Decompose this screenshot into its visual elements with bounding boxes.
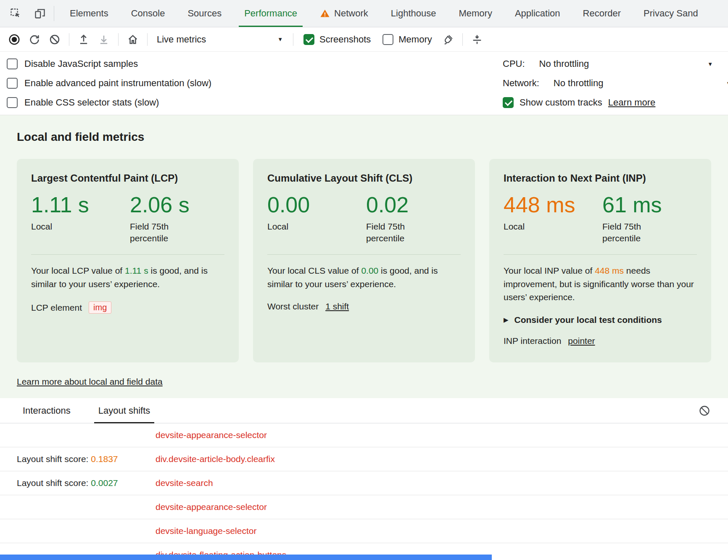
garbage-collect-brush-icon[interactable]	[438, 30, 458, 49]
inp-card-title: Interaction to Next Paint (INP)	[504, 172, 697, 184]
tab-application[interactable]: Application	[504, 0, 572, 27]
lcp-field-value: 2.06 s	[130, 193, 190, 217]
device-toolbar-icon[interactable]	[31, 5, 49, 22]
lcp-local-value: 1.11 s	[31, 193, 130, 217]
cpu-throttle-row: CPU: No throttling ▼	[503, 54, 713, 74]
inp-local-label: Local	[504, 221, 558, 232]
learn-more-field-data-link[interactable]: Learn more about local and field data	[17, 377, 163, 387]
record-button[interactable]	[4, 30, 24, 49]
advanced-paint-checkbox[interactable]	[7, 78, 18, 89]
element-link[interactable]: devsite-language-selector	[156, 526, 256, 536]
lcp-element-label: LCP element	[31, 303, 82, 313]
worst-cluster-link[interactable]: 1 shift	[325, 301, 349, 312]
tab-elements[interactable]: Elements	[58, 0, 120, 27]
tab-sources[interactable]: Sources	[176, 0, 233, 27]
warning-icon	[320, 8, 330, 18]
save-profile-icon[interactable]	[94, 30, 114, 49]
score-label: Layout shift score:	[17, 478, 91, 488]
tab-label: Network	[334, 8, 368, 19]
cls-card-title: Cumulative Layout Shift (CLS)	[267, 172, 461, 184]
tab-memory[interactable]: Memory	[447, 0, 503, 27]
desc-value: 1.11 s	[125, 266, 148, 275]
learn-more-link[interactable]: Learn more	[608, 97, 656, 108]
score-cell: Layout shift score: 0.0027	[17, 478, 156, 488]
metric-cards: Largest Contentful Paint (LCP) 1.11 s Lo…	[17, 159, 711, 362]
tab-label: Application	[515, 8, 560, 19]
advanced-paint-label: Enable advanced paint instrumentation (s…	[24, 78, 211, 89]
performance-toolbar: Live metrics ▼ Screenshots Memory	[0, 27, 728, 52]
screenshots-label: Screenshots	[319, 34, 371, 45]
load-profile-icon[interactable]	[74, 30, 94, 49]
network-throttle-select[interactable]: No throttling	[554, 78, 604, 89]
tab-lighthouse[interactable]: Lighthouse	[380, 0, 448, 27]
tab-console[interactable]: Console	[120, 0, 177, 27]
cls-field-value: 0.02	[366, 193, 421, 217]
memory-checkbox[interactable]	[382, 34, 393, 45]
tab-privacy-sandbox[interactable]: Privacy Sand	[632, 0, 710, 27]
disable-js-samples-label: Disable JavaScript samples	[24, 58, 138, 69]
lcp-field-label: Field 75th percentile	[130, 221, 185, 245]
cls-description: Your local CLS value of 0.00 is good, an…	[267, 264, 461, 291]
tab-interactions[interactable]: Interactions	[23, 398, 71, 423]
layout-shift-log: devsite-appearance-selector Layout shift…	[0, 423, 728, 560]
tab-label: Recorder	[583, 8, 621, 19]
capture-settings-icon[interactable]	[467, 30, 487, 49]
element-link[interactable]: devsite-appearance-selector	[156, 430, 267, 440]
disclosure-triangle-icon: ▶	[504, 317, 509, 323]
local-test-conditions-expander[interactable]: ▶ Consider your local test conditions	[504, 315, 697, 325]
chevron-down-icon: ▼	[277, 37, 283, 42]
capture-settings-pane: Disable JavaScript samples Enable advanc…	[0, 52, 728, 115]
cpu-throttle-select[interactable]: No throttling	[539, 58, 589, 69]
panel-tabs: Elements Console Sources Performance Net…	[58, 0, 710, 27]
log-row: devsite-language-selector	[0, 519, 728, 543]
tab-layout-shifts[interactable]: Layout shifts	[98, 398, 150, 423]
inp-field-label: Field 75th percentile	[602, 221, 657, 245]
log-row: Layout shift score: 0.0027 devsite-searc…	[0, 471, 728, 495]
show-custom-tracks-checkbox[interactable]	[503, 97, 514, 108]
tabbar-icon-group	[0, 0, 54, 27]
tab-label: Privacy Sand	[644, 8, 698, 19]
log-row: Layout shift score: 0.1837 div.devsite-a…	[0, 447, 728, 471]
history-dropdown[interactable]: Live metrics ▼	[152, 31, 289, 48]
cls-local-label: Local	[267, 221, 322, 232]
lcp-description: Your local LCP value of 1.11 s is good, …	[31, 264, 224, 291]
inspect-element-icon[interactable]	[7, 5, 24, 22]
cls-local-value: 0.00	[267, 193, 366, 217]
clear-icon[interactable]	[45, 30, 65, 49]
disable-js-samples-checkbox[interactable]	[7, 58, 18, 69]
chevron-down-icon[interactable]: ▼	[707, 61, 713, 67]
tab-label: Elements	[70, 8, 108, 19]
tab-performance[interactable]: Performance	[233, 0, 309, 27]
inp-interaction-link[interactable]: pointer	[568, 336, 595, 346]
screenshots-checkbox[interactable]	[303, 34, 314, 45]
inp-field-value: 61 ms	[602, 193, 662, 217]
tab-recorder[interactable]: Recorder	[572, 0, 632, 27]
screenshots-toggle: Screenshots	[298, 34, 377, 45]
desc-value: 448 ms	[595, 266, 624, 275]
tab-network[interactable]: Network	[309, 0, 380, 27]
css-selector-stats-label: Enable CSS selector stats (slow)	[24, 97, 159, 108]
cls-values: 0.00 Local 0.02 Field 75th percentile	[267, 193, 461, 244]
log-row: devsite-appearance-selector	[0, 495, 728, 519]
inp-local-value: 448 ms	[504, 193, 602, 217]
css-selector-stats-checkbox[interactable]	[7, 97, 18, 108]
element-link[interactable]: div.devsite-article-body.clearfix	[156, 454, 275, 464]
worst-cluster-label: Worst cluster	[267, 301, 319, 312]
inp-card: Interaction to Next Paint (INP) 448 ms L…	[489, 159, 711, 362]
capture-settings-left: Disable JavaScript samples Enable advanc…	[7, 54, 503, 112]
element-link[interactable]: devsite-search	[156, 478, 213, 488]
live-metrics-logs: Interactions Layout shifts devsite-appea…	[0, 398, 728, 560]
inp-interaction-row: INP interaction pointer	[504, 336, 697, 346]
inp-description: Your local INP value of 448 ms needs imp…	[504, 264, 697, 304]
throttling-settings: CPU: No throttling ▼ Network: No throttl…	[503, 54, 713, 112]
home-icon[interactable]	[123, 30, 143, 49]
record-and-reload-icon[interactable]	[24, 30, 45, 49]
chevron-down-icon[interactable]: ▼	[726, 81, 728, 86]
cls-card: Cumulative Layout Shift (CLS) 0.00 Local…	[253, 159, 475, 362]
divider	[147, 33, 148, 46]
desc-text: Your local CLS value of	[267, 266, 361, 275]
element-link[interactable]: devsite-appearance-selector	[156, 502, 267, 512]
clear-log-icon[interactable]	[696, 402, 713, 419]
lcp-element-link[interactable]: img	[89, 301, 111, 314]
desc-text: Your local LCP value of	[31, 266, 125, 275]
